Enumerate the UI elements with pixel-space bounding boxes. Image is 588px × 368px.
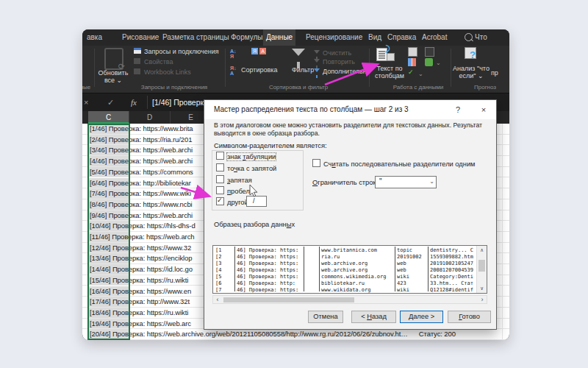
advanced-filter-icon [314,68,320,72]
preview-row: [446] Проверка: https:web.archive.orgweb… [213,267,487,274]
cell-text: [8/46] Проверка: https://www.ncbi [90,199,193,210]
tab-6[interactable]: Рецензирование [303,29,365,46]
sort-desc-icon[interactable]: Я↓А [230,66,237,76]
what-if-button[interactable]: Анализ "чтоесли" ⌄ [453,65,490,79]
search-icon[interactable] [465,33,473,41]
sort-button[interactable]: Сортировка [241,66,277,74]
tab-2[interactable]: Рисование [119,29,162,46]
cell-text: [10/46] Проверка: https://hls-dhs-d [90,221,196,231]
cell-text: [13/46] Проверка: https://enciklop [90,253,193,263]
help-icon[interactable]: ? [451,100,465,119]
sheet-row[interactable]: [20/46] Проверка: https://web.archive.or… [82,329,509,340]
cancel-entry-icon[interactable]: × [84,93,88,111]
forecast-partial-button[interactable]: пр [491,69,498,77]
text-to-columns-button[interactable]: Текст постолбцам [370,65,409,79]
dialog-title: Мастер распределения текста по столбцам … [214,100,409,119]
cell-text: [9/46] Проверка: https://web.archi [90,210,193,221]
tab-4[interactable]: Формулы [228,29,266,46]
ribbon-tab-bar: авкаРисованиеРазметка страницыФормулыДан… [82,29,509,46]
back-button[interactable]: < Назад [351,311,396,323]
filter-button[interactable]: Фильтр [292,66,314,74]
workbook-links-button[interactable]: Workbook Links [144,68,191,76]
reapply-icon [314,59,320,63]
delimiters-section-label: Символом-разделителем является: [214,142,327,149]
tab-9[interactable]: Acrobat [419,29,450,46]
filter-icon [292,49,305,56]
delimiter-checkbox-3[interactable]: запятая [216,175,252,185]
confirm-entry-icon[interactable]: ✓ [107,93,114,111]
queries-connections-icon [134,48,141,54]
checkbox-icon [216,197,224,205]
preview-cell: web [397,267,406,274]
next-button[interactable]: Далее > [400,311,443,323]
properties-icon [134,58,140,64]
clear-filter-button[interactable]: Очистить [323,49,351,57]
chevron-down-icon[interactable]: ⌄ [418,71,423,77]
preview-cell: 46] Проверка: https: [237,267,298,274]
preview-vertical-scrollbar[interactable]: ∧ ∨ [476,246,487,293]
chevron-down-icon[interactable]: ⌄ [436,60,441,66]
preview-cell: 46] Проверка: https: [237,247,298,254]
tab-3[interactable]: Разметка страницы [159,29,232,46]
tab-7[interactable]: Вид [365,29,384,46]
chevron-down-icon: ⌄ [429,178,434,185]
text-qualifier-value: " [379,177,382,185]
refresh-all-button[interactable]: Обновитьвсе ⌄ [94,69,132,84]
formula-bar-value[interactable]: [1/46] Проверка: [152,93,210,111]
scroll-left-icon[interactable]: ‹ [213,296,222,305]
scroll-up-icon[interactable]: ∧ [477,246,487,255]
insert-function-icon[interactable]: fx [131,93,137,111]
dialog-title-bar[interactable]: Мастер распределения текста по столбцам … [204,100,496,119]
refresh-all-icon[interactable] [104,48,123,70]
remove-duplicates-icon[interactable] [408,58,416,66]
flash-fill-icon[interactable] [408,47,417,57]
properties-button[interactable]: Свойства [144,58,173,66]
reapply-button[interactable]: Повторить [323,58,355,66]
consolidate-icon[interactable] [425,47,434,57]
text-qualifier-dropdown[interactable]: " ⌄ [375,176,437,188]
dialog-description: В этом диалоговом окне можно установить … [214,121,495,138]
consecutive-delimiters-checkbox[interactable]: Считать последовательные разделители одн… [312,159,475,168]
delimiter-checkbox-2[interactable]: точка с запятой [216,163,276,173]
cell-text: [11/46] Проверка: https://web.arch [90,232,194,242]
column-header-c[interactable]: C [88,111,129,124]
other-delimiter-input[interactable]: / [246,196,267,207]
queries-connections-button[interactable]: Запросы и подключения [144,48,219,55]
scroll-down-icon[interactable]: ∨ [477,284,487,293]
tab-8[interactable]: Справка [384,29,419,46]
text-to-columns-wizard-dialog: Мастер распределения текста по столбцам … [204,99,497,330]
cell-text: [16/46] Проверка: https://www.en [90,286,191,297]
preview-cell: 46] Проверка: http: [237,280,295,287]
close-icon[interactable]: × [476,100,491,119]
preview-cell: topic [397,247,412,254]
delimiter-checkbox-5[interactable]: другой: [216,197,250,207]
preview-cell: [3 [215,261,221,267]
preview-cell: 20081207004539 [430,267,473,274]
tab-1[interactable]: авка [84,29,105,46]
sort-asc-icon[interactable]: А↓Я [230,49,237,59]
preview-horizontal-scrollbar[interactable]: ‹ › [212,295,487,304]
delimiter-checkbox-1[interactable]: знак табуляции [216,152,276,161]
finish-button[interactable]: Готово [448,311,491,323]
scroll-right-icon[interactable]: › [478,296,487,305]
data-validation-icon[interactable]: ✓ [408,68,414,76]
scrollbar-thumb[interactable] [223,297,354,302]
checkbox-icon [216,152,224,160]
preview-row: [646] Проверка: http:bibliotekar.ru42333… [213,280,487,287]
preview-cell: 1559309882.htm [430,254,473,261]
preview-column-divider [304,247,304,291]
tab-5[interactable]: Данные [263,29,295,46]
data-model-icon[interactable] [425,58,433,66]
scrollbar-thumb[interactable] [478,260,485,272]
preview-cell: [4 [215,267,221,274]
delimiter-checkbox-4[interactable]: пробел [216,186,250,196]
tellme-label[interactable]: Что [475,29,487,46]
data-preview-table[interactable]: [146] Проверка: https:www.britannica.com… [212,245,487,294]
preview-cell: bibliotekar.ru [321,280,365,287]
group-label-forecast: Прогноз [463,84,507,91]
column-header-d[interactable]: D [129,111,171,124]
cancel-button[interactable]: Отмена [308,311,343,323]
preview-cell: web.archive.org [321,261,368,267]
group-separator [225,49,226,87]
advanced-filter-button[interactable]: Дополнительно [323,68,370,75]
